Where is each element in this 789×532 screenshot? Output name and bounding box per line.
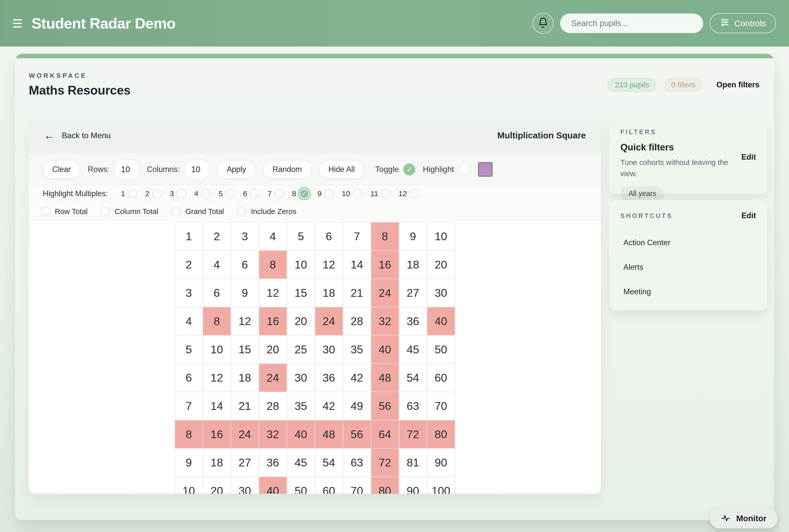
multiple-option-5[interactable]: 5 [219,189,235,198]
grid-cell[interactable]: 28 [259,392,287,420]
multiple-option-radio[interactable] [409,189,419,198]
multiple-option-2[interactable]: 2 [145,189,162,198]
grid-cell[interactable]: 24 [315,307,343,335]
grid-cell[interactable]: 80 [427,420,455,449]
grid-cell[interactable]: 48 [371,364,399,392]
grid-cell[interactable]: 54 [315,449,343,477]
grid-cell[interactable]: 27 [399,279,427,307]
grid-cell[interactable]: 40 [427,307,455,335]
multiple-option-radio[interactable] [201,189,211,198]
grid-cell[interactable]: 45 [287,449,315,477]
grid-cell[interactable]: 18 [203,449,231,477]
total-option-checkbox[interactable] [41,207,50,216]
grid-cell[interactable]: 56 [343,420,371,449]
multiple-option-radio[interactable] [250,189,259,198]
grid-cell[interactable]: 10 [203,335,231,364]
grid-cell[interactable]: 2 [175,250,203,279]
grid-cell[interactable]: 20 [203,477,231,494]
grid-cell[interactable]: 4 [203,250,231,279]
grid-cell[interactable]: 20 [287,307,315,335]
multiple-option-4[interactable]: 4 [194,189,211,198]
grid-cell[interactable]: 4 [175,307,203,335]
multiple-option-radio[interactable] [128,189,137,198]
grid-cell[interactable]: 5 [287,222,315,250]
grid-cell[interactable]: 18 [399,250,427,279]
multiple-option-radio[interactable] [324,189,334,198]
grid-cell[interactable]: 36 [399,307,427,335]
grid-cell[interactable]: 60 [315,477,343,494]
multiple-option-radio[interactable] [381,189,390,198]
controls-button[interactable]: Controls [710,13,776,33]
total-option-checkbox[interactable] [171,207,181,216]
hamburger-icon[interactable] [13,18,24,29]
grid-cell[interactable]: 35 [343,335,371,364]
multiple-option-radio[interactable] [274,189,284,198]
grid-cell[interactable]: 9 [175,449,203,477]
grid-cell[interactable]: 36 [315,364,343,392]
notifications-button[interactable] [533,13,554,34]
grid-cell[interactable]: 16 [203,420,231,449]
grid-cell[interactable]: 90 [399,477,427,494]
grid-cell[interactable]: 9 [231,279,259,307]
grid-cell[interactable]: 1 [175,222,203,250]
grid-cell[interactable]: 100 [427,477,455,494]
grid-cell[interactable]: 16 [259,307,287,335]
grid-cell[interactable]: 12 [231,307,259,335]
apply-button[interactable]: Apply [217,160,256,179]
multiple-option-9[interactable]: 9 [317,189,334,198]
grid-cell[interactable]: 32 [371,307,399,335]
grid-cell[interactable]: 16 [371,250,399,279]
grid-cell[interactable]: 45 [399,335,427,364]
grid-cell[interactable]: 18 [315,279,343,307]
shortcut-item-alerts[interactable]: Alerts [623,263,756,272]
multiple-option-10[interactable]: 10 [342,189,362,198]
grid-cell[interactable]: 8 [371,222,399,250]
grid-cell[interactable]: 7 [175,392,203,420]
total-option-include-zeros[interactable]: Include Zeros [237,207,296,216]
total-option-checkbox[interactable] [100,207,110,216]
grid-cell[interactable]: 48 [315,420,343,449]
grid-cell[interactable]: 10 [427,222,455,250]
grid-cell[interactable]: 49 [343,392,371,420]
total-option-row-total[interactable]: Row Total [41,207,88,216]
grid-cell[interactable]: 7 [343,222,371,250]
grid-cell[interactable]: 72 [371,449,399,477]
grid-cell[interactable]: 6 [175,364,203,392]
multiple-option-3[interactable]: 3 [170,189,186,198]
grid-cell[interactable]: 35 [287,392,315,420]
grid-cell[interactable]: 42 [343,364,371,392]
grid-cell[interactable]: 4 [259,222,287,250]
grid-cell[interactable]: 36 [259,449,287,477]
multiple-option-radio[interactable] [152,189,162,198]
toggle-checkbox[interactable]: ✓ [403,164,415,175]
grid-cell[interactable]: 14 [203,392,231,420]
multiple-option-11[interactable]: 11 [370,189,390,198]
grid-cell[interactable]: 18 [231,364,259,392]
grid-cell[interactable]: 6 [315,222,343,250]
grid-cell[interactable]: 24 [259,364,287,392]
random-button[interactable]: Random [263,160,311,179]
grid-cell[interactable]: 32 [259,420,287,449]
grid-cell[interactable]: 2 [203,222,231,250]
grid-cell[interactable]: 6 [203,279,231,307]
grid-cell[interactable]: 9 [399,222,427,250]
grid-cell[interactable]: 70 [343,477,371,494]
grid-cell[interactable]: 8 [259,250,287,279]
grid-cell[interactable]: 21 [231,392,259,420]
multiple-option-8[interactable]: 8✓ [292,188,309,199]
grid-cell[interactable]: 30 [231,477,259,494]
total-option-checkbox[interactable] [237,207,246,216]
grid-cell[interactable]: 30 [427,279,455,307]
highlight-checkbox[interactable] [459,164,470,175]
multiple-option-12[interactable]: 12 [399,189,419,198]
grid-cell[interactable]: 10 [175,477,203,494]
grid-cell[interactable]: 30 [315,335,343,364]
grid-cell[interactable]: 81 [399,449,427,477]
open-filters-button[interactable]: Open filters [716,80,759,89]
grid-cell[interactable]: 64 [371,420,399,449]
grid-cell[interactable]: 70 [427,392,455,420]
shortcuts-edit-button[interactable]: Edit [741,211,756,220]
all-years-chip[interactable]: All years [620,186,664,201]
highlight-color-swatch[interactable] [478,162,493,177]
grid-cell[interactable]: 27 [231,449,259,477]
